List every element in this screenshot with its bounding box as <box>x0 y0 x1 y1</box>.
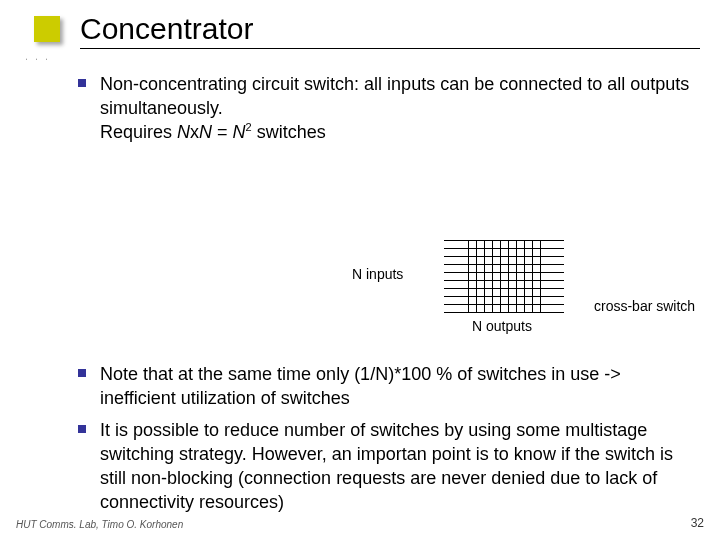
formula-suffix: switches <box>252 122 326 142</box>
crossbar-caption: cross-bar switch <box>594 298 695 314</box>
formula: Requires NxN = N2 switches <box>100 122 326 142</box>
bullet-2: Note that at the same time only (1/N)*10… <box>78 362 690 410</box>
title-accent-square <box>34 16 60 42</box>
formula-prefix: Requires <box>100 122 177 142</box>
slide-title: Concentrator <box>80 12 253 46</box>
page-number: 32 <box>691 516 704 530</box>
slide: Concentrator · · · Non-concentrating cir… <box>0 0 720 540</box>
lower-bullets: Note that at the same time only (1/N)*10… <box>78 362 690 522</box>
crossbar-grid <box>444 240 564 312</box>
bullet-2-text: Note that at the same time only (1/N)*10… <box>100 364 621 408</box>
title-dots-decoration: · · · <box>22 58 52 63</box>
bullet-icon <box>78 79 86 87</box>
title-underline <box>80 48 700 49</box>
bullet-1: Non-concentrating circuit switch: all in… <box>78 72 690 144</box>
n-outputs-label: N outputs <box>472 318 532 334</box>
slide-body: Non-concentrating circuit switch: all in… <box>78 72 690 500</box>
bullet-1-text: Non-concentrating circuit switch: all in… <box>100 74 689 118</box>
formula-rhs: N <box>199 122 212 142</box>
formula-n: N <box>233 122 246 142</box>
bullet-icon <box>78 369 86 377</box>
footer-text: HUT Comms. Lab, Timo O. Korhonen <box>16 519 183 530</box>
bullet-icon <box>78 425 86 433</box>
title-bar: Concentrator · · · <box>0 14 720 58</box>
bullet-3: It is possible to reduce number of switc… <box>78 418 690 514</box>
bullet-3-text: It is possible to reduce number of switc… <box>100 420 673 512</box>
formula-dot: x <box>190 122 199 142</box>
formula-lhs: N <box>177 122 190 142</box>
n-inputs-label: N inputs <box>352 266 403 282</box>
formula-eq: = <box>212 122 233 142</box>
crossbar-diagram: N inputs <box>338 236 718 356</box>
